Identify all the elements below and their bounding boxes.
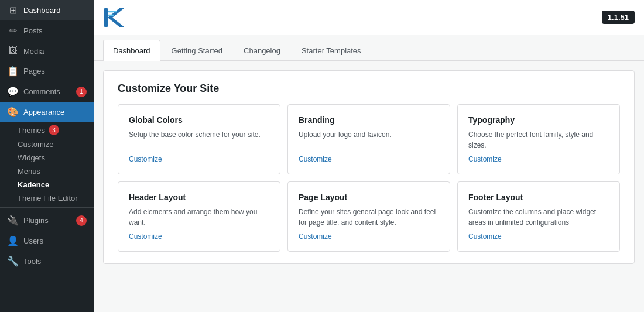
feature-card-title-header-layout: Header Layout <box>129 193 269 202</box>
section-title: Customize Your Site <box>118 83 620 95</box>
users-icon: 👤 <box>7 235 19 246</box>
feature-card-desc-header-layout: Add elements and arrange them how you wa… <box>129 207 269 228</box>
sidebar-item-label: Tools <box>23 257 41 266</box>
appearance-icon: 🎨 <box>7 107 19 118</box>
feature-card-branding: Branding Upload your logo and favicon. C… <box>287 104 450 174</box>
feature-card-link-header-layout[interactable]: Customize <box>129 232 269 241</box>
dashboard-icon: ⊞ <box>7 5 19 16</box>
sidebar-item-tools[interactable]: 🔧 Tools <box>0 251 94 272</box>
plugins-icon: 🔌 <box>7 215 19 226</box>
sidebar-item-label: Media <box>23 47 44 56</box>
comments-icon: 💬 <box>7 86 19 97</box>
posts-icon: ✏ <box>7 25 19 36</box>
feature-card-desc-page-layout: Define your sites general page look and … <box>299 207 439 228</box>
feature-card-desc-branding: Upload your logo and favicon. <box>299 129 439 150</box>
sidebar-item-pages[interactable]: 📋 Pages <box>0 61 94 81</box>
sidebar-item-users[interactable]: 👤 Users <box>0 231 94 251</box>
tab-changelog[interactable]: Changelog <box>234 40 290 61</box>
pages-icon: 📋 <box>7 66 19 77</box>
version-badge: 1.1.51 <box>602 11 635 24</box>
feature-card-title-footer-layout: Footer Layout <box>468 193 609 202</box>
topbar: 1.1.51 <box>94 0 644 35</box>
feature-card-link-global-colors[interactable]: Customize <box>129 155 269 163</box>
feature-card-footer-layout: Footer Layout Customize the columns and … <box>457 181 620 252</box>
sidebar-sub-menus[interactable]: Menus <box>0 164 94 178</box>
svg-rect-0 <box>104 8 108 27</box>
feature-card-title-typography: Typography <box>468 115 609 125</box>
sidebar-item-label: Dashboard <box>23 6 61 15</box>
sidebar-divider <box>0 207 94 208</box>
feature-card-header-layout: Header Layout Add elements and arrange t… <box>118 181 280 252</box>
sidebar-kadence-label: Kadence <box>0 178 94 191</box>
feature-card-title-branding: Branding <box>299 115 439 125</box>
sidebar-item-plugins[interactable]: 🔌 Plugins 4 <box>0 210 94 231</box>
main-content: 1.1.51 Dashboard Getting Started Changel… <box>94 0 644 312</box>
sidebar-item-media[interactable]: 🖼 Media <box>0 41 94 61</box>
tabbar: Dashboard Getting Started Changelog Star… <box>94 35 644 61</box>
feature-card-global-colors: Global Colors Setup the base color schem… <box>118 104 280 174</box>
customize-card: Customize Your Site Global Colors Setup … <box>103 70 635 264</box>
feature-card-page-layout: Page Layout Define your sites general pa… <box>287 181 450 252</box>
feature-card-link-branding[interactable]: Customize <box>299 155 439 163</box>
feature-card-title-global-colors: Global Colors <box>129 115 269 125</box>
comments-badge: 1 <box>76 87 87 97</box>
feature-card-link-footer-layout[interactable]: Customize <box>468 232 609 241</box>
sidebar-item-dashboard[interactable]: ⊞ Dashboard <box>0 0 94 20</box>
sidebar-item-posts[interactable]: ✏ Posts <box>0 20 94 41</box>
cards-grid: Global Colors Setup the base color schem… <box>118 104 620 252</box>
feature-card-link-page-layout[interactable]: Customize <box>299 232 439 241</box>
feature-card-typography: Typography Choose the perfect font famil… <box>457 104 620 174</box>
content-area: Customize Your Site Global Colors Setup … <box>94 61 644 312</box>
media-icon: 🖼 <box>7 46 19 56</box>
sidebar-item-label: Plugins <box>23 216 49 225</box>
tab-getting-started[interactable]: Getting Started <box>162 40 232 61</box>
sidebar-item-label: Pages <box>23 67 45 76</box>
sidebar-sub-customize[interactable]: Customize <box>0 138 94 151</box>
feature-card-link-typography[interactable]: Customize <box>468 155 609 163</box>
sidebar-item-label: Appearance <box>23 108 64 116</box>
sidebar-item-label: Posts <box>23 26 43 35</box>
feature-card-desc-global-colors: Setup the base color scheme for your sit… <box>129 129 269 150</box>
feature-card-desc-footer-layout: Customize the columns and place widget a… <box>468 207 609 228</box>
tools-icon: 🔧 <box>7 256 19 267</box>
sidebar-sub-themes[interactable]: Themes 3 <box>0 122 94 138</box>
themes-badge: 3 <box>49 125 59 135</box>
tab-starter-templates[interactable]: Starter Templates <box>292 40 371 61</box>
sidebar-item-appearance[interactable]: 🎨 Appearance <box>0 102 94 122</box>
sidebar-item-label: Users <box>23 236 43 245</box>
sidebar-theme-file-editor[interactable]: Theme File Editor <box>0 191 94 205</box>
sidebar-item-comments[interactable]: 💬 Comments 1 <box>0 81 94 102</box>
feature-card-desc-typography: Choose the perfect font family, style an… <box>468 129 609 150</box>
kadence-logo <box>103 6 131 29</box>
sidebar: ⊞ Dashboard ✏ Posts 🖼 Media 📋 Pages 💬 Co… <box>0 0 94 312</box>
feature-card-title-page-layout: Page Layout <box>299 193 439 202</box>
tab-dashboard[interactable]: Dashboard <box>103 40 160 61</box>
sidebar-sub-widgets[interactable]: Widgets <box>0 151 94 164</box>
sidebar-item-label: Comments <box>23 87 60 96</box>
logo <box>103 6 131 29</box>
plugins-badge: 4 <box>76 215 87 226</box>
